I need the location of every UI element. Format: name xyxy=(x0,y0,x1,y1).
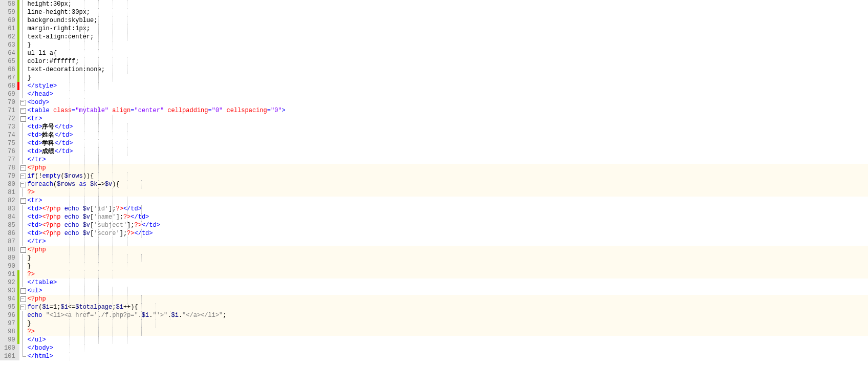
line-number[interactable]: 78 xyxy=(4,164,15,172)
code-line[interactable]: margin-right:1px; xyxy=(27,25,868,33)
code-line[interactable]: <?php xyxy=(27,295,868,303)
code-line[interactable]: echo "<li><a href='./f.php?p=".$i."'>".$… xyxy=(27,311,868,319)
line-number[interactable]: 68 xyxy=(4,82,15,90)
code-line[interactable]: <td><?php echo $v['score'];?></td> xyxy=(27,229,868,238)
code-line[interactable]: text-align:center; xyxy=(27,33,868,41)
fold-toggle[interactable] xyxy=(19,295,27,303)
fold-toggle[interactable] xyxy=(19,197,27,205)
line-number[interactable]: 83 xyxy=(4,205,15,213)
code-line[interactable]: ?> xyxy=(27,270,868,278)
code-line[interactable]: <td>成绩</td> xyxy=(27,147,868,156)
line-number[interactable]: 71 xyxy=(4,106,15,115)
code-line[interactable]: </table> xyxy=(27,278,868,287)
line-number[interactable]: 98 xyxy=(4,328,15,336)
line-number[interactable]: 79 xyxy=(4,172,15,180)
code-line[interactable]: <td>序号</td> xyxy=(27,123,868,131)
code-line[interactable]: ?> xyxy=(27,188,868,197)
fold-toggle[interactable] xyxy=(19,164,27,172)
code-line[interactable]: color:#ffffff; xyxy=(27,57,868,66)
code-line[interactable]: <ul> xyxy=(27,287,868,295)
code-line[interactable]: } xyxy=(27,254,868,262)
line-number[interactable]: 76 xyxy=(4,147,15,156)
line-number-gutter[interactable]: 5859606162636465666768697071727374757677… xyxy=(0,0,17,360)
line-number[interactable]: 92 xyxy=(4,278,15,287)
code-line[interactable]: background:skyblue; xyxy=(27,16,868,25)
line-number[interactable]: 64 xyxy=(4,49,15,57)
line-number[interactable]: 95 xyxy=(4,303,15,311)
code-line[interactable]: } xyxy=(27,74,868,82)
code-line[interactable]: } xyxy=(27,41,868,49)
line-number[interactable]: 60 xyxy=(4,16,15,25)
fold-toggle[interactable] xyxy=(19,172,27,180)
line-number[interactable]: 72 xyxy=(4,115,15,123)
fold-toggle[interactable] xyxy=(19,106,27,115)
line-number[interactable]: 89 xyxy=(4,254,15,262)
fold-column[interactable] xyxy=(19,0,27,360)
code-line[interactable]: </body> xyxy=(27,344,868,352)
line-number[interactable]: 75 xyxy=(4,139,15,147)
line-number[interactable]: 100 xyxy=(4,344,15,352)
line-number[interactable]: 87 xyxy=(4,238,15,246)
line-number[interactable]: 93 xyxy=(4,287,15,295)
fold-toggle[interactable] xyxy=(19,246,27,254)
line-number[interactable]: 101 xyxy=(4,352,15,360)
code-line[interactable]: foreach($rows as $k=>$v){ xyxy=(27,180,868,188)
code-line[interactable]: </tr> xyxy=(27,238,868,246)
line-number[interactable]: 74 xyxy=(4,131,15,139)
line-number[interactable]: 91 xyxy=(4,270,15,278)
line-number[interactable]: 65 xyxy=(4,57,15,66)
line-number[interactable]: 86 xyxy=(4,229,15,238)
code-line[interactable]: height:30px; xyxy=(27,0,868,8)
line-number[interactable]: 80 xyxy=(4,180,15,188)
code-line[interactable]: for($i=1;$i<=$totalpage;$i++){ xyxy=(27,303,868,311)
code-line[interactable]: </html> xyxy=(27,352,868,360)
line-number[interactable]: 67 xyxy=(4,74,15,82)
line-number[interactable]: 84 xyxy=(4,213,15,221)
fold-toggle[interactable] xyxy=(19,98,27,106)
line-number[interactable]: 63 xyxy=(4,41,15,49)
fold-toggle[interactable] xyxy=(19,180,27,188)
line-number[interactable]: 88 xyxy=(4,246,15,254)
line-number[interactable]: 85 xyxy=(4,221,15,229)
line-number[interactable]: 70 xyxy=(4,98,15,106)
code-line[interactable]: </style> xyxy=(27,82,868,90)
fold-toggle[interactable] xyxy=(19,115,27,123)
line-number[interactable]: 62 xyxy=(4,33,15,41)
code-line[interactable]: </tr> xyxy=(27,156,868,164)
code-line[interactable]: line-height:30px; xyxy=(27,8,868,16)
line-number[interactable]: 59 xyxy=(4,8,15,16)
code-line[interactable]: <?php xyxy=(27,164,868,172)
line-number[interactable]: 58 xyxy=(4,0,15,8)
code-line[interactable]: <table class="mytable" align="center" ce… xyxy=(27,106,868,115)
code-line[interactable]: ul li a{ xyxy=(27,49,868,57)
code-line[interactable]: <body> xyxy=(27,98,868,106)
code-line[interactable]: } xyxy=(27,319,868,328)
line-number[interactable]: 61 xyxy=(4,25,15,33)
code-line[interactable]: <td><?php echo $v['id'];?></td> xyxy=(27,205,868,213)
code-line[interactable]: <tr> xyxy=(27,197,868,205)
code-line[interactable]: text-decoration:none; xyxy=(27,66,868,74)
line-number[interactable]: 73 xyxy=(4,123,15,131)
code-line[interactable]: <?php xyxy=(27,246,868,254)
line-number[interactable]: 97 xyxy=(4,319,15,328)
code-line[interactable]: <td>姓名</td> xyxy=(27,131,868,139)
line-number[interactable]: 77 xyxy=(4,156,15,164)
code-line[interactable]: ?> xyxy=(27,328,868,336)
fold-toggle[interactable] xyxy=(19,303,27,311)
line-number[interactable]: 69 xyxy=(4,90,15,98)
code-line[interactable]: } xyxy=(27,262,868,270)
code-line[interactable]: </head> xyxy=(27,90,868,98)
code-line[interactable]: <td>学科</td> xyxy=(27,139,868,147)
code-line[interactable]: <td><?php echo $v['name'];?></td> xyxy=(27,213,868,221)
line-number[interactable]: 99 xyxy=(4,336,15,344)
code-line[interactable]: <tr> xyxy=(27,115,868,123)
code-area[interactable]: height:30px; line-height:30px; backgroun… xyxy=(27,0,868,360)
line-number[interactable]: 81 xyxy=(4,188,15,197)
line-number[interactable]: 96 xyxy=(4,311,15,319)
line-number[interactable]: 82 xyxy=(4,197,15,205)
code-line[interactable]: </ul> xyxy=(27,336,868,344)
code-line[interactable]: if(!empty($rows)){ xyxy=(27,172,868,180)
fold-toggle[interactable] xyxy=(19,287,27,295)
code-line[interactable]: <td><?php echo $v['subject'];?></td> xyxy=(27,221,868,229)
line-number[interactable]: 90 xyxy=(4,262,15,270)
